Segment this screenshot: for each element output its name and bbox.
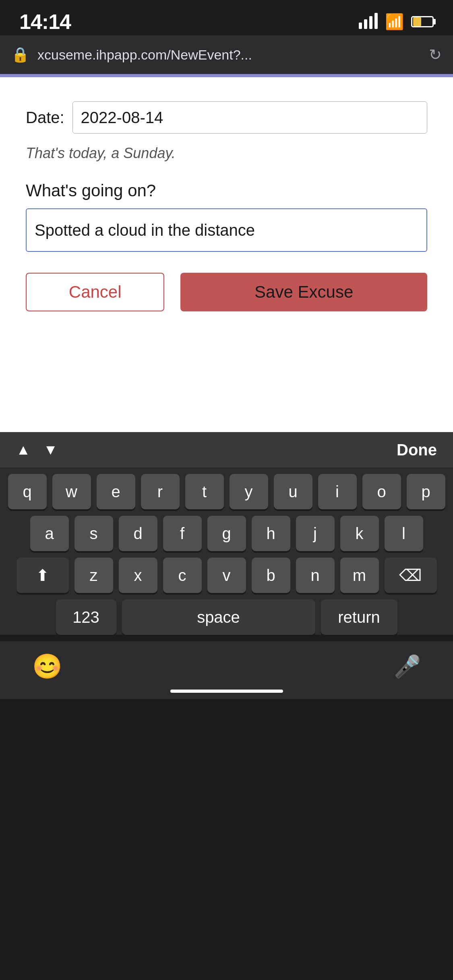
key-a[interactable]: a [30, 516, 69, 551]
done-button[interactable]: Done [397, 441, 437, 459]
prev-field-button[interactable]: ▲ [16, 441, 31, 458]
key-b[interactable]: b [252, 558, 290, 593]
key-v[interactable]: v [207, 558, 246, 593]
next-field-button[interactable]: ▼ [43, 441, 58, 458]
key-u[interactable]: u [274, 474, 312, 509]
date-label: Date: [26, 109, 64, 127]
save-button[interactable]: Save Excuse [180, 273, 427, 311]
key-w[interactable]: w [52, 474, 91, 509]
key-d[interactable]: d [119, 516, 157, 551]
accent-bar [0, 74, 453, 77]
space-key[interactable]: space [122, 599, 315, 635]
numbers-key[interactable]: 123 [56, 599, 116, 635]
emoji-button[interactable]: 😊 [32, 652, 62, 681]
date-hint: That's today, a Sunday. [26, 145, 427, 162]
keyboard-toolbar: ▲ ▼ Done [0, 432, 453, 467]
url-text: xcuseme.ihpapp.com/NewEvent?... [37, 47, 421, 63]
microphone-button[interactable]: 🎤 [394, 654, 421, 679]
key-r[interactable]: r [141, 474, 180, 509]
key-y[interactable]: y [230, 474, 268, 509]
key-x[interactable]: x [119, 558, 157, 593]
key-s[interactable]: s [74, 516, 113, 551]
signal-icon [359, 14, 378, 29]
key-i[interactable]: i [318, 474, 357, 509]
key-c[interactable]: c [163, 558, 202, 593]
whats-going-on-label: What's going on? [26, 181, 427, 200]
key-l[interactable]: l [385, 516, 423, 551]
date-row: Date: [26, 101, 427, 134]
key-h[interactable]: h [252, 516, 290, 551]
content-spacer [0, 344, 453, 432]
status-bar: 14:14 📶 [0, 0, 453, 35]
key-n[interactable]: n [296, 558, 335, 593]
shift-key[interactable]: ⬆ [17, 558, 69, 593]
key-g[interactable]: g [207, 516, 246, 551]
wifi-icon: 📶 [385, 13, 404, 31]
address-bar[interactable]: 🔒 xcuseme.ihpapp.com/NewEvent?... ↻ [0, 35, 453, 74]
key-m[interactable]: m [340, 558, 379, 593]
status-icons: 📶 [359, 13, 434, 31]
key-p[interactable]: p [407, 474, 445, 509]
keyboard: q w e r t y u i o p a s d f g h j k l ⬆ … [0, 467, 453, 635]
date-input[interactable] [72, 101, 427, 134]
key-j[interactable]: j [296, 516, 335, 551]
return-key[interactable]: return [321, 599, 397, 635]
keyboard-row-1: q w e r t y u i o p [5, 474, 448, 509]
key-e[interactable]: e [97, 474, 135, 509]
key-q[interactable]: q [8, 474, 47, 509]
key-t[interactable]: t [185, 474, 224, 509]
key-f[interactable]: f [163, 516, 202, 551]
nav-arrows: ▲ ▼ [16, 441, 58, 458]
home-indicator [170, 690, 283, 693]
keyboard-row-3: ⬆ z x c v b n m ⌫ [5, 558, 448, 593]
event-input[interactable] [26, 208, 427, 252]
cancel-button[interactable]: Cancel [26, 273, 164, 311]
key-k[interactable]: k [340, 516, 379, 551]
buttons-row: Cancel Save Excuse [26, 273, 427, 311]
battery-icon [411, 16, 434, 27]
keyboard-row-2: a s d f g h j k l [5, 516, 448, 551]
key-z[interactable]: z [74, 558, 113, 593]
delete-key[interactable]: ⌫ [385, 558, 437, 593]
key-o[interactable]: o [362, 474, 401, 509]
status-time: 14:14 [19, 10, 71, 34]
main-content: Date: That's today, a Sunday. What's goi… [0, 77, 453, 344]
refresh-icon[interactable]: ↻ [429, 46, 442, 64]
keyboard-row-4: 123 space return [5, 599, 448, 635]
lock-icon: 🔒 [11, 46, 29, 63]
